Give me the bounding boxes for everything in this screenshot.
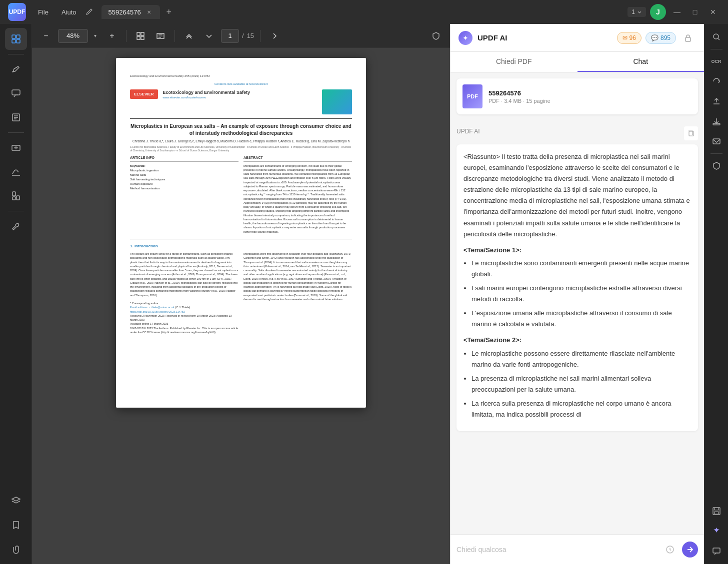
fit-page-button[interactable] — [132, 28, 148, 44]
svg-rect-9 — [12, 197, 16, 200]
svg-rect-10 — [137, 32, 140, 35]
add-tab-button[interactable]: + — [162, 5, 176, 19]
pdf-toolbar: − ▾ + — [32, 24, 450, 48]
sidebar-icon-form[interactable] — [5, 137, 27, 159]
svg-rect-15 — [686, 37, 690, 41]
ai-bottom-icon[interactable] — [708, 522, 726, 540]
ai-content[interactable]: UPDF AI <Riassunto> Il testo tratta dell… — [450, 120, 704, 535]
ai-section1-list: Le microplastiche sono contaminanti emer… — [464, 258, 691, 330]
ai-list-item: L'esposizione umana alle microplastiche … — [472, 308, 691, 330]
pdf-intro-text-left: The oceans are known sinks for a range o… — [130, 252, 238, 334]
main-layout: − ▾ + — [0, 24, 728, 564]
protect-right-icon[interactable] — [708, 157, 726, 175]
zoom-area: ▾ — [58, 29, 100, 43]
sidebar-icon-tools[interactable] — [5, 215, 27, 237]
close-button[interactable]: ✕ — [706, 5, 720, 19]
chat-count: 895 — [660, 34, 670, 41]
menu-help[interactable]: Aiuto — [56, 5, 82, 19]
ai-intro-text: <Riassunto> Il testo tratta della presen… — [464, 151, 691, 240]
svg-rect-13 — [141, 36, 144, 39]
app-logo: UPDF — [4, 3, 30, 21]
pdf-contents-link: Contents lists available at ScienceDirec… — [130, 82, 352, 86]
save-icon[interactable] — [708, 502, 726, 520]
mail-icon[interactable] — [708, 132, 726, 150]
ai-label: UPDF AI — [456, 128, 480, 135]
copy-button[interactable] — [684, 126, 698, 140]
pdf-divider-1 — [130, 118, 352, 119]
sidebar-divider-2 — [8, 132, 24, 133]
message-count: 96 — [630, 34, 636, 41]
pdf-abstract-title: ABSTRACT — [244, 155, 352, 162]
sidebar-icon-comment[interactable] — [5, 82, 27, 104]
tab-document[interactable]: 559264576 ✕ — [102, 5, 160, 19]
svg-rect-20 — [713, 139, 720, 144]
fit-width-button[interactable] — [152, 28, 168, 44]
pen-tool-icon[interactable] — [84, 6, 96, 18]
sidebar-icon-thumbnail[interactable] — [5, 28, 27, 50]
pdf-thumbnail — [322, 89, 352, 114]
ai-title-area: ✦ UPDF AI — [458, 31, 507, 45]
svg-rect-1 — [16, 35, 20, 38]
zoom-out-button[interactable]: − — [38, 28, 54, 44]
page-down-up-button[interactable] — [201, 28, 217, 44]
ai-chat-input[interactable] — [456, 540, 658, 559]
svg-rect-19 — [713, 123, 720, 125]
extract-icon[interactable] — [708, 92, 726, 110]
svg-rect-16 — [689, 131, 694, 136]
sidebar-bottom — [5, 490, 27, 560]
sidebar-icon-attachment[interactable] — [5, 538, 27, 560]
sidebar-icon-signature[interactable] — [5, 161, 27, 183]
sidebar-icon-annotate[interactable] — [5, 58, 27, 80]
pdf-file-icon: PDF — [462, 84, 482, 108]
share-icon[interactable] — [708, 112, 726, 130]
user-avatar[interactable]: J — [650, 4, 666, 20]
ai-list-item: Le microplastiche sono contaminanti emer… — [472, 258, 691, 280]
ai-suggestion-icon[interactable] — [662, 542, 678, 558]
protect-button[interactable] — [428, 28, 444, 44]
sidebar-icon-edit[interactable] — [5, 106, 27, 128]
ai-lock-button[interactable] — [680, 30, 696, 46]
right-divider-1 — [710, 49, 722, 49]
sidebar-icon-bookmark[interactable] — [5, 514, 27, 536]
sidebar-icon-organize[interactable] — [5, 185, 27, 207]
comment-right-icon[interactable] — [708, 542, 726, 560]
tab-chat[interactable]: Chat — [578, 52, 704, 72]
svg-rect-4 — [12, 90, 20, 95]
toolbar-separator-3 — [260, 30, 260, 42]
ai-send-button[interactable] — [682, 542, 698, 558]
pdf-intro-text-right: Microplastics were first discovered in s… — [244, 252, 352, 301]
pdf-area: − ▾ + — [32, 24, 450, 564]
svg-rect-7 — [12, 192, 16, 196]
ai-input-area — [450, 535, 704, 564]
zoom-dropdown[interactable]: ▾ — [90, 29, 100, 43]
version-badge: 1 — [628, 7, 646, 17]
pdf-intro-title: 1. Introduction — [130, 243, 352, 249]
ai-tabs: Chiedi PDF Chat — [450, 52, 704, 72]
menu-file[interactable]: File — [32, 5, 54, 19]
pdf-keywords-label: Keywords: Microplastic ingestion Marine … — [130, 164, 238, 191]
message-badge[interactable]: ✉ 96 — [617, 32, 642, 44]
page-forward-button[interactable] — [266, 28, 282, 44]
search-right-icon[interactable] — [708, 28, 726, 46]
page-up-button[interactable] — [181, 28, 197, 44]
maximize-button[interactable]: □ — [688, 5, 702, 19]
pdf-journal-info: Ecotoxicology and Environmental Safety w… — [163, 89, 317, 100]
menu-bar: File Aiuto — [32, 5, 96, 19]
page-number-input[interactable] — [221, 29, 239, 43]
ocr-icon[interactable]: OCR — [708, 52, 726, 70]
pdf-info-card: PDF 559264576 PDF · 3.4 MB · 15 pagine — [456, 78, 698, 114]
convert-icon[interactable] — [708, 72, 726, 90]
pdf-journal-header: ELSEVIER Ecotoxicology and Environmental… — [130, 89, 352, 114]
tab-close-button[interactable]: ✕ — [145, 8, 153, 16]
zoom-input[interactable] — [58, 29, 88, 43]
minimize-button[interactable]: — — [670, 5, 684, 19]
sidebar-icon-layers[interactable] — [5, 490, 27, 512]
tab-ask-pdf[interactable]: Chiedi PDF — [450, 52, 578, 72]
svg-rect-0 — [12, 35, 16, 38]
pdf-canvas[interactable]: Ecotoxicology and Environmental Safety 2… — [32, 48, 450, 564]
zoom-in-button[interactable]: + — [104, 28, 120, 44]
svg-rect-2 — [12, 39, 16, 43]
pdf-article-info: ARTICLE INFO Keywords: Microplastic inge… — [130, 155, 238, 236]
chat-badge[interactable]: 💬 895 — [646, 32, 676, 44]
pdf-elsevier-logo: ELSEVIER — [130, 89, 158, 99]
